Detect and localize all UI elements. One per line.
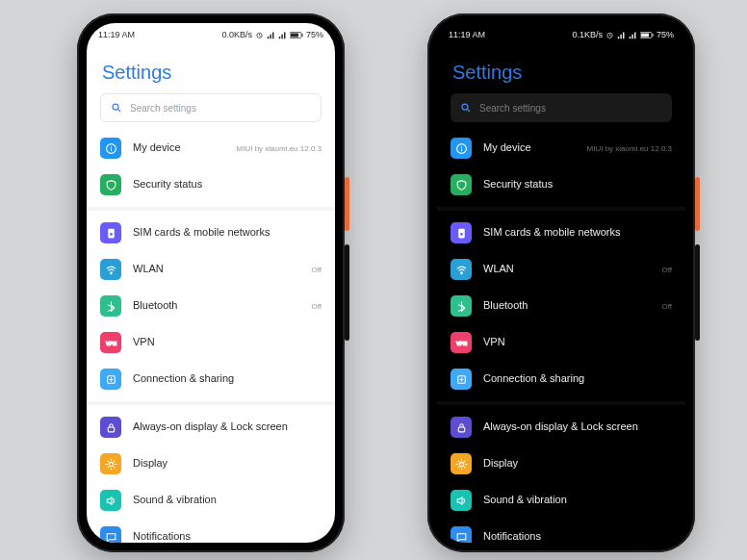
svg-point-25 [459,462,463,466]
settings-row-aod[interactable]: Always-on display & Lock screen [87,409,335,445]
settings-row-label: WLAN [483,263,650,276]
screen-light: 11:19 AM 0.0KB/s 75% Settings Search set… [87,23,335,543]
search-placeholder: Search settings [130,103,196,114]
settings-row-label: Bluetooth [133,299,299,313]
svg-rect-2 [301,34,302,37]
battery-icon [640,31,654,39]
volume-button [695,244,700,341]
power-button [695,177,700,231]
signal-icon [617,31,626,39]
settings-row-label: Connection & sharing [133,372,322,386]
bt-icon [451,295,472,317]
settings-row-meta: Off [661,266,672,274]
settings-row-sound[interactable]: Sound & vibration [437,482,685,519]
settings-row-notif[interactable]: Notifications [437,519,685,543]
status-icons: 0.1KB/s 75% [572,30,674,39]
sim-icon [451,222,472,243]
my-device-icon [451,138,472,159]
power-button [345,177,349,231]
sound-icon [451,490,472,511]
aod-icon [451,417,472,438]
settings-row-bt[interactable]: BluetoothOff [437,288,685,324]
settings-row-label: My device [133,141,225,155]
settings-row-vpn[interactable]: VPNVPN [437,324,685,361]
separator [87,207,335,211]
svg-rect-11 [108,426,115,431]
settings-row-security[interactable]: Security status [437,166,685,203]
signal-icon [278,31,287,39]
display-icon [451,453,472,474]
settings-row-label: Security status [133,178,322,191]
settings-row-my-device[interactable]: My deviceMIUI by xiaomi.eu 12.0.3 [87,130,335,166]
svg-point-17 [462,104,468,110]
page-title: Settings [87,46,335,93]
status-battery-pct: 75% [306,30,323,39]
settings-row-bt[interactable]: BluetoothOff [87,288,335,324]
settings-row-wlan[interactable]: WLANOff [437,251,685,288]
settings-row-display[interactable]: Display [437,445,685,482]
settings-row-label: Notifications [133,530,322,543]
status-icons: 0.0KB/s 75% [221,30,323,39]
settings-row-wlan[interactable]: WLANOff [87,251,335,288]
settings-row-label: SIM cards & mobile networks [483,226,672,240]
search-icon [111,102,122,114]
settings-row-label: SIM cards & mobile networks [133,226,322,240]
settings-row-aod[interactable]: Always-on display & Lock screen [437,409,685,445]
vpn-icon: VPN [100,332,121,353]
search-icon [460,102,472,114]
svg-rect-7 [109,232,112,236]
settings-row-label: VPN [133,336,322,349]
display-icon [100,453,121,474]
sim-icon [100,222,121,243]
settings-row-meta: MIUI by xiaomi.eu 12.0.3 [587,144,672,153]
settings-row-my-device[interactable]: My deviceMIUI by xiaomi.eu 12.0.3 [437,130,685,166]
settings-row-notif[interactable]: Notifications [87,519,335,543]
settings-row-sim[interactable]: SIM cards & mobile networks [437,215,685,251]
notif-icon [100,526,121,543]
wlan-icon [100,259,121,280]
status-bar: 11:19 AM 0.0KB/s 75% [87,23,335,46]
separator [437,401,685,405]
my-device-icon [100,138,121,159]
page-title: Settings [437,46,685,93]
battery-icon [290,31,303,39]
settings-row-label: Bluetooth [483,299,650,313]
settings-row-vpn[interactable]: VPNVPN [87,324,335,361]
svg-point-21 [460,272,461,273]
settings-row-security[interactable]: Security status [87,166,335,203]
settings-list-light: My deviceMIUI by xiaomi.eu 12.0.3Securit… [87,130,335,543]
settings-row-label: WLAN [133,263,299,276]
svg-point-12 [109,462,113,466]
svg-text:VPN: VPN [105,341,116,346]
svg-text:VPN: VPN [455,341,466,346]
settings-row-meta: MIUI by xiaomi.eu 12.0.3 [237,144,322,153]
alarm-icon [255,31,264,39]
settings-row-connshare[interactable]: Connection & sharing [87,361,335,397]
search-input[interactable]: Search settings [451,93,672,122]
volume-button [345,244,349,341]
settings-row-label: Display [483,457,672,471]
security-icon [100,174,121,195]
settings-row-sound[interactable]: Sound & vibration [87,482,335,519]
signal-icon [267,31,275,39]
status-net: 0.0KB/s [221,30,252,39]
svg-rect-24 [458,426,465,431]
settings-row-meta: Off [661,302,672,311]
search-placeholder: Search settings [479,103,546,114]
svg-point-4 [113,104,118,110]
search-input[interactable]: Search settings [100,93,322,122]
settings-row-label: Security status [483,178,672,191]
settings-row-label: My device [483,141,576,155]
bt-icon [100,295,121,317]
settings-row-connshare[interactable]: Connection & sharing [437,361,685,397]
settings-row-label: VPN [483,336,672,349]
settings-row-label: Connection & sharing [483,372,672,386]
vpn-icon: VPN [451,332,472,353]
settings-row-label: Sound & vibration [133,494,322,507]
svg-rect-15 [652,34,653,37]
settings-row-display[interactable]: Display [87,445,335,482]
security-icon [451,174,472,195]
settings-row-sim[interactable]: SIM cards & mobile networks [87,215,335,251]
phone-frame-light: 11:19 AM 0.0KB/s 75% Settings Search set… [77,13,345,552]
settings-row-label: Always-on display & Lock screen [133,420,322,434]
